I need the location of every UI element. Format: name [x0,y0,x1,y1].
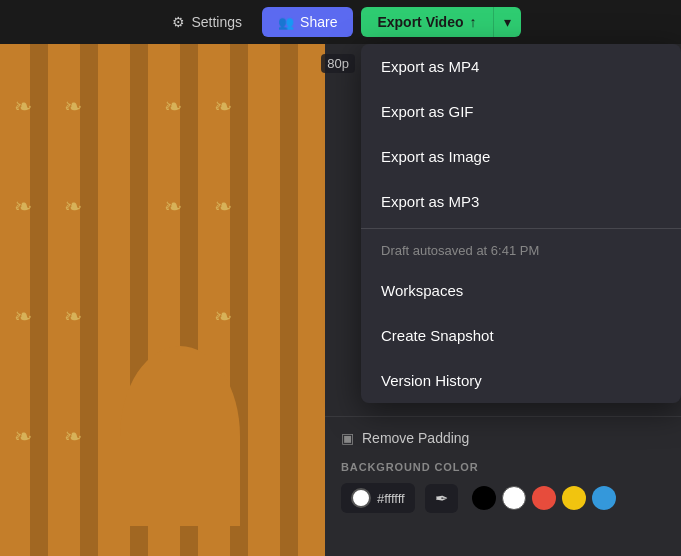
color-preview[interactable]: #ffffff [341,483,415,513]
arrow-deco-5: ❧ [64,94,82,120]
arrow-deco-10: ❧ [164,194,182,220]
color-circle-red[interactable] [532,486,556,510]
color-swatch-white [351,488,371,508]
menu-item-version-history[interactable]: Version History [361,358,681,403]
menu-item-create-snapshot[interactable]: Create Snapshot [361,313,681,358]
export-gif-label: Export as GIF [381,103,474,120]
menu-item-export-gif[interactable]: Export as GIF [361,89,681,134]
stripe-2 [80,44,98,556]
export-video-label: Export Video [377,14,463,30]
arrow-deco-6: ❧ [64,194,82,220]
eyedropper-button[interactable]: ✒ [425,484,458,513]
settings-button[interactable]: Settings [160,8,254,36]
create-snapshot-label: Create Snapshot [381,327,494,344]
export-video-chevron-button[interactable] [493,7,521,37]
chevron-down-icon [504,14,511,30]
top-bar: Settings Share Export Video [0,0,681,44]
stripe-1 [30,44,48,556]
menu-item-export-mp4[interactable]: Export as MP4 [361,44,681,89]
export-mp4-label: Export as MP4 [381,58,479,75]
autosaved-text: Draft autosaved at 6:41 PM [361,233,681,268]
color-hex-value: #ffffff [377,491,405,506]
arrow-deco-3: ❧ [14,304,32,330]
export-mp3-label: Export as MP3 [381,193,479,210]
resolution-text: 80p [327,56,349,71]
arrow-deco-12: ❧ [214,94,232,120]
color-circle-white[interactable] [502,486,526,510]
canvas-pattern: ❧ ❧ ❧ ❧ ❧ ❧ ❧ ❧ ❧ ❧ ❧ ❧ ❧ ❧ ❧ [0,44,325,556]
gear-icon [172,14,185,30]
resolution-badge: 80p [321,54,355,73]
arrow-deco-4: ❧ [14,424,32,450]
arrow-deco-14: ❧ [214,304,232,330]
color-circle-blue[interactable] [592,486,616,510]
arrow-deco-7: ❧ [64,304,82,330]
remove-padding-row: Remove Padding [341,429,665,447]
bg-color-section: BACKGROUND COLOR #ffffff ✒ [341,461,665,513]
canvas-area: ❧ ❧ ❧ ❧ ❧ ❧ ❧ ❧ ❧ ❧ ❧ ❧ ❧ ❧ ❧ [0,44,325,556]
color-circle-yellow[interactable] [562,486,586,510]
color-circle-black[interactable] [472,486,496,510]
eyedropper-icon: ✒ [435,490,448,507]
remove-padding-label: Remove Padding [362,430,469,446]
color-circles [472,486,616,510]
arrow-deco-1: ❧ [14,94,32,120]
stripe-6 [280,44,298,556]
arrow-deco-9: ❧ [164,94,182,120]
export-video-group: Export Video [361,7,520,37]
menu-item-workspaces[interactable]: Workspaces [361,268,681,313]
share-icon [278,14,294,30]
export-video-button[interactable]: Export Video [361,7,492,37]
remove-padding-checkbox[interactable] [341,429,354,447]
menu-item-export-mp3[interactable]: Export as MP3 [361,179,681,224]
menu-divider-1 [361,228,681,229]
workspaces-label: Workspaces [381,282,463,299]
share-button[interactable]: Share [262,7,353,37]
arrow-deco-2: ❧ [14,194,32,220]
menu-item-export-image[interactable]: Export as Image [361,134,681,179]
arrow-deco-13: ❧ [214,194,232,220]
bottom-panel: Remove Padding BACKGROUND COLOR #ffffff … [325,416,681,556]
arrow-deco-8: ❧ [64,424,82,450]
upload-icon [470,14,477,30]
settings-label: Settings [191,14,242,30]
dropdown-menu: Export as MP4 Export as GIF Export as Im… [361,44,681,403]
version-history-label: Version History [381,372,482,389]
face-shape [120,346,240,526]
color-row: #ffffff ✒ [341,483,665,513]
share-label: Share [300,14,337,30]
bg-color-label: BACKGROUND COLOR [341,461,665,473]
export-image-label: Export as Image [381,148,490,165]
